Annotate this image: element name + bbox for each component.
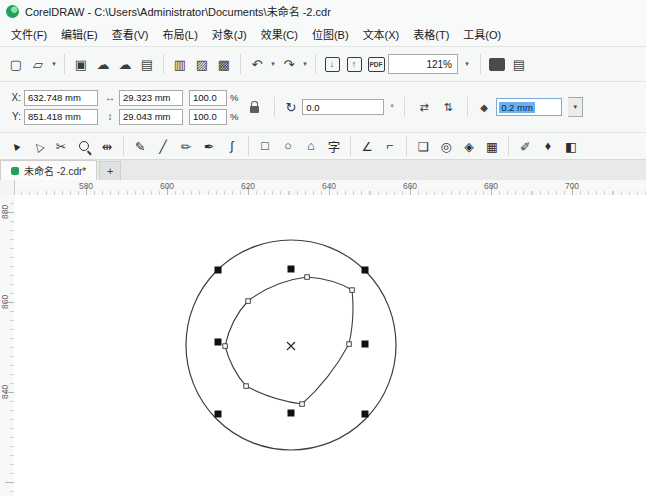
curve-node[interactable] — [350, 288, 355, 293]
rectangle-tool[interactable]: □ — [254, 135, 276, 157]
scale-factor-group: 100.0 % 100.0 % — [189, 90, 238, 125]
crop-tool[interactable]: ✂ — [50, 135, 72, 157]
selection-handle[interactable] — [215, 411, 222, 418]
selection-handles — [215, 266, 369, 418]
curve-node[interactable] — [300, 402, 305, 407]
bezier-tool[interactable]: ∫ — [221, 135, 243, 157]
selection-handle[interactable] — [362, 411, 369, 418]
selection-handle[interactable] — [288, 266, 295, 273]
selection-handle[interactable] — [215, 267, 222, 274]
rotation-angle-input[interactable]: 0.0 — [302, 99, 384, 115]
menu-edit[interactable]: 编辑(E) — [54, 23, 105, 45]
object-width-input[interactable]: 29.323 mm — [119, 90, 183, 106]
polygon-tool[interactable]: ⌂ — [300, 135, 322, 157]
menu-tools[interactable]: 工具(O) — [456, 23, 508, 45]
scale-vertical-input[interactable]: 100.0 — [189, 109, 227, 125]
horizontal-ruler[interactable]: 580 600 620 640 660 680 700 — [0, 180, 646, 196]
drawing-canvas[interactable] — [14, 195, 646, 496]
selection-handle[interactable] — [288, 410, 295, 417]
duplicate-button[interactable]: ▩ — [214, 53, 234, 75]
magnifier-icon — [79, 141, 89, 151]
curve-node[interactable] — [223, 344, 228, 349]
freehand-tool[interactable]: ✎ — [129, 135, 151, 157]
zoom-level-select[interactable]: 121% — [388, 54, 458, 74]
mirror-horizontal-button[interactable]: ⇄ — [415, 98, 433, 116]
percent-label: % — [230, 92, 238, 103]
scale-horizontal-input[interactable]: 100.0 — [189, 90, 227, 106]
two-point-line-tool[interactable]: ╱ — [152, 135, 174, 157]
eyedropper-tool[interactable]: ✐ — [514, 135, 536, 157]
pan-tool[interactable]: ⇹ — [96, 135, 118, 157]
shape-tool[interactable]: △ — [27, 135, 49, 157]
show-rulers-button[interactable]: ▤ — [509, 53, 529, 75]
menu-bitmaps[interactable]: 位图(B) — [305, 23, 356, 45]
vertical-ruler[interactable]: 880 860 840 — [0, 195, 15, 496]
outline-width-input[interactable]: 0.2 mm — [496, 98, 562, 116]
menu-layout[interactable]: 布局(L) — [155, 23, 204, 45]
standard-toolbar: ▢ ▱ ▾ ▣ ☁ ☁ ▤ ▥ ▨ ▩ ↶ ▾ ↷ ▾ ↓ ↑ PDF 121%… — [0, 46, 646, 81]
new-document-button[interactable]: ▢ — [6, 53, 26, 75]
document-icon — [11, 167, 19, 175]
transparency-tool[interactable]: ▦ — [481, 135, 503, 157]
zoom-tool[interactable] — [73, 135, 95, 157]
undo-button[interactable]: ↶ — [247, 53, 267, 75]
open-dropdown-caret-icon[interactable]: ▾ — [50, 53, 58, 75]
undo-dropdown-caret-icon[interactable]: ▾ — [269, 53, 277, 75]
outline-width-selected-text: 0.2 mm — [499, 102, 535, 113]
redo-button[interactable]: ↷ — [279, 53, 299, 75]
menu-effects[interactable]: 效果(C) — [254, 23, 305, 45]
outline-width-icon: ◆ — [478, 102, 490, 113]
curve-nodes — [223, 275, 354, 407]
pick-tool[interactable]: ▲ — [4, 135, 26, 157]
export-button[interactable]: ↑ — [344, 53, 364, 75]
y-position-input[interactable]: 851.418 mm — [24, 109, 98, 125]
curve-node[interactable] — [244, 384, 249, 389]
new-tab-button[interactable]: + — [99, 161, 121, 180]
menu-table[interactable]: 表格(T) — [406, 23, 456, 45]
contour-tool[interactable]: ◎ — [435, 135, 457, 157]
interactive-fill-tool[interactable]: ◧ — [560, 135, 582, 157]
drop-shadow-tool[interactable]: ❏ — [412, 135, 434, 157]
copy-button[interactable]: ▨ — [192, 53, 212, 75]
pen-tool[interactable]: ✒ — [198, 135, 220, 157]
curve-node[interactable] — [305, 275, 310, 280]
publish-pdf-button[interactable]: PDF — [366, 53, 386, 75]
fullscreen-preview-button[interactable] — [487, 53, 507, 75]
ruler-origin[interactable] — [0, 180, 15, 196]
export-icon: ↑ — [347, 57, 362, 72]
artistic-media-tool[interactable]: ✏ — [175, 135, 197, 157]
redo-dropdown-caret-icon[interactable]: ▾ — [301, 53, 309, 75]
x-position-input[interactable]: 632.748 mm — [24, 90, 98, 106]
ruler-mark: 640 — [317, 181, 341, 191]
zoom-level-caret-icon[interactable]: ▾ — [460, 54, 474, 74]
mirror-vertical-button[interactable]: ⇅ — [439, 98, 457, 116]
selection-handle[interactable] — [215, 339, 222, 346]
save-button[interactable]: ▣ — [71, 53, 91, 75]
lock-ratio-button[interactable] — [244, 90, 264, 124]
open-document-button[interactable]: ▱ — [28, 53, 48, 75]
document-tab[interactable]: 未命名 -2.cdr* — [0, 160, 97, 180]
paste-button[interactable]: ▥ — [170, 53, 190, 75]
blend-tool[interactable]: ◈ — [458, 135, 480, 157]
curve-node[interactable] — [347, 342, 352, 347]
menu-view[interactable]: 查看(V) — [105, 23, 156, 45]
divider — [508, 136, 509, 156]
menu-file[interactable]: 文件(F) — [4, 23, 54, 45]
dimension-tool[interactable]: ∠ — [356, 135, 378, 157]
document-area: 580 600 620 640 660 680 700 880 860 840 — [0, 180, 646, 496]
text-tool[interactable]: 字 — [323, 135, 345, 157]
cloud-download-icon[interactable]: ☁ — [115, 53, 135, 75]
menu-object[interactable]: 对象(J) — [205, 23, 254, 45]
outline-width-caret-icon[interactable]: ▾ — [568, 97, 583, 117]
menu-text[interactable]: 文本(X) — [356, 23, 407, 45]
cloud-upload-icon[interactable]: ☁ — [93, 53, 113, 75]
outline-pen-tool[interactable]: ♦ — [537, 135, 559, 157]
print-button[interactable]: ▤ — [137, 53, 157, 75]
ellipse-tool[interactable]: ○ — [277, 135, 299, 157]
object-height-input[interactable]: 29.043 mm — [119, 109, 183, 125]
import-button[interactable]: ↓ — [322, 53, 342, 75]
selection-handle[interactable] — [362, 341, 369, 348]
selection-handle[interactable] — [362, 267, 369, 274]
connector-tool[interactable]: ⌐ — [379, 135, 401, 157]
curve-node[interactable] — [246, 299, 251, 304]
